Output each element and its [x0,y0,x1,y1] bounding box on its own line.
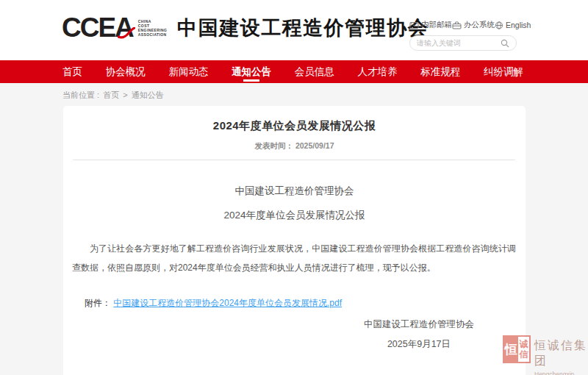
hengchengxin-watermark: 恒 诚 信 恒诚信集团 Hengchengxin Group [503,335,588,375]
breadcrumb-prefix: 当前位置 : [62,90,101,99]
active-tab-indicator [243,79,259,82]
breadcrumb-current: 通知公告 [132,90,164,99]
nav-item-notices[interactable]: 通知公告 [232,60,271,83]
logo-swoosh-icon [118,27,135,39]
publish-date-label: 发表时间： [255,141,294,150]
main-nav-items: 首页 协会概况 新闻动态 通知公告 会员信息 人才培养 标准规程 纠纷调解 [62,60,523,83]
quick-link-office[interactable]: 办公系统 [452,20,495,30]
watermark-name-cn: 恒诚信集团 [534,338,588,369]
quick-link-label: 内部邮箱 [421,20,452,30]
quick-link-english[interactable]: English [495,21,531,29]
body-heading-title: 2024年度单位会员发展情况公报 [63,209,526,222]
attachment-pdf-link[interactable]: 中国建设工程造价管理协会2024年度单位会员发展情况.pdf [113,298,342,308]
seal-char-main: 恒 [504,337,518,362]
nav-item-members[interactable]: 会员信息 [295,60,334,83]
quick-link-label: English [506,21,531,29]
seal-chars-side: 诚 信 [518,337,529,362]
search-input[interactable] [417,39,501,47]
body-heading-org: 中国建设工程造价管理协会 [63,185,526,198]
attachment-row: 附件： 中国建设工程造价管理协会2024年度单位会员发展情况.pdf [85,297,526,310]
nav-item-about[interactable]: 协会概况 [106,60,146,83]
logo-subtext-line: ASSOCIATION [138,32,167,37]
attachment-label: 附件： [85,298,111,308]
breadcrumb-separator: > [121,90,130,99]
org-name-title: 中国建设工程造价管理协会 [177,15,429,41]
search-icon[interactable] [501,39,509,48]
publish-date-value: 2025/09/17 [295,141,334,150]
nav-item-home[interactable]: 首页 [62,60,82,83]
search-box [409,35,517,51]
seal-char-bottom: 信 [520,349,528,360]
nav-item-training[interactable]: 人才培养 [358,60,398,83]
main-nav: 首页 协会概况 新闻动态 通知公告 会员信息 人才培养 标准规程 纠纷调解 [0,60,588,83]
site-header: CCEA CHINA COST ENGINEERING ASSOCIATION … [0,0,588,60]
breadcrumb: 当前位置 : 首页 > 通知公告 [62,90,165,101]
quick-link-mail[interactable]: 内部邮箱 [409,20,452,30]
watermark-text: 恒诚信集团 Hengchengxin Group [534,335,588,375]
watermark-name-en: Hengchengxin Group [534,371,588,375]
logo-subtext: CHINA COST ENGINEERING ASSOCIATION [138,19,167,37]
globe-icon [495,21,503,29]
site-logo[interactable]: CCEA CHINA COST ENGINEERING ASSOCIATION … [62,13,429,43]
mail-icon [409,21,419,29]
office-icon [452,21,462,29]
header-quick-links: 内部邮箱 办公系统 English [409,20,517,30]
quick-link-label: 办公系统 [464,20,495,30]
article-card: 2024年度单位会员发展情况公报 发表时间： 2025/09/17 中国建设工程… [63,106,526,375]
article-paragraph: 为了让社会各方更好地了解工程造价咨询行业发展状况，中国建设工程造价管理协会根据工… [72,239,516,277]
nav-item-mediation[interactable]: 纠纷调解 [484,60,523,83]
breadcrumb-home-link[interactable]: 首页 [103,90,119,99]
seal-char-top: 诚 [520,339,528,349]
article-title: 2024年度单位会员发展情况公报 [63,106,526,133]
signature-org: 中国建设工程造价管理协会 [364,315,474,335]
nav-item-label: 通知公告 [232,66,271,77]
logo-acronym: CCEA [62,13,133,43]
hengchengxin-seal-icon: 恒 诚 信 [503,335,531,363]
nav-item-news[interactable]: 新闻动态 [168,60,208,83]
title-divider [73,160,515,160]
publish-date: 发表时间： 2025/09/17 [63,141,526,151]
article-signature: 中国建设工程造价管理协会 2025年9月17日 [364,315,474,354]
signature-date: 2025年9月17日 [364,335,474,354]
nav-item-standards[interactable]: 标准规程 [420,60,460,83]
